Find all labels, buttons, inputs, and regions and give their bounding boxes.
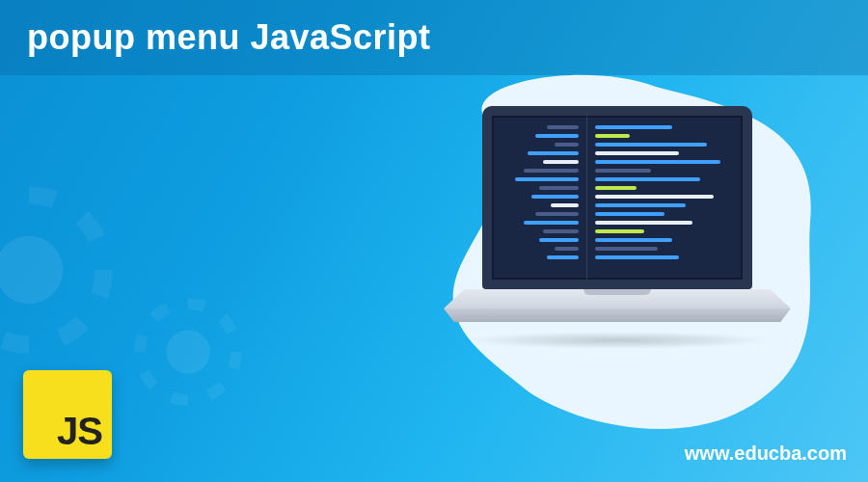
laptop-base	[444, 289, 791, 337]
laptop-illustration	[444, 106, 791, 357]
gear-icon	[0, 202, 96, 337]
javascript-logo-text: JS	[57, 410, 102, 453]
javascript-logo: JS	[23, 370, 112, 459]
laptop-screen	[482, 106, 752, 289]
page-title: popup menu JavaScript	[27, 17, 431, 58]
banner: popup menu JavaScript	[0, 0, 868, 482]
code-column-right	[587, 116, 743, 280]
website-url: www.educba.com	[685, 442, 847, 465]
code-column-left	[492, 116, 587, 280]
gear-icon	[145, 308, 231, 395]
title-bar: popup menu JavaScript	[0, 0, 868, 75]
